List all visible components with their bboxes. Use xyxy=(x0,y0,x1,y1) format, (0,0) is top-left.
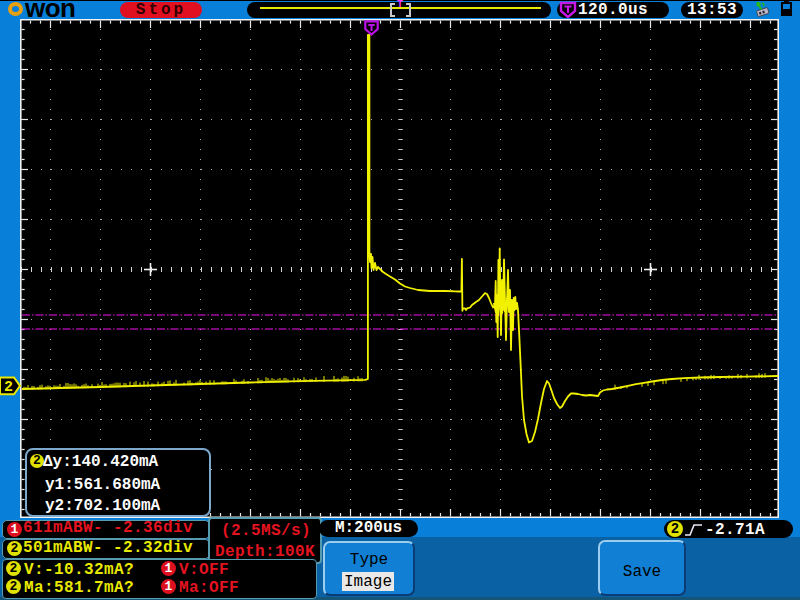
svg-text:2: 2 xyxy=(4,379,13,396)
